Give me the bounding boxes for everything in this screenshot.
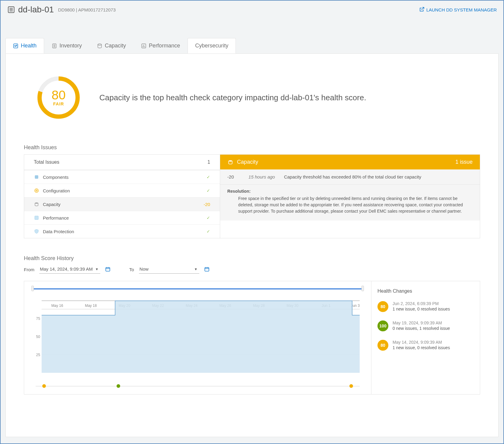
change-desc: 1 new issue, 0 resolved issues (393, 307, 450, 311)
resolution-title: Resolution: (227, 189, 473, 194)
svg-rect-26 (205, 267, 209, 271)
chevron-down-icon: ▼ (194, 267, 197, 271)
page-header: dd-lab-01 DD9800 | APM00172712073 LAUNCH… (1, 1, 503, 21)
configuration-icon (34, 188, 39, 193)
check-icon: ✓ (207, 188, 210, 193)
brush-handle-right[interactable] (361, 286, 364, 291)
issue-resolution: Resolution: Free space in the specified … (220, 185, 480, 220)
check-icon: ✓ (207, 175, 210, 179)
change-timestamp: May 14, 2024, 9:09:39 AM (393, 340, 450, 345)
calendar-icon[interactable] (105, 266, 111, 273)
event-dot[interactable] (117, 384, 120, 388)
timeline-events (33, 381, 363, 391)
svg-rect-16 (35, 175, 38, 179)
tab-inventory[interactable]: Inventory (44, 38, 89, 53)
category-label: Performance (43, 215, 69, 220)
health-issues-title: Health Issues (24, 144, 480, 151)
change-desc: 1 new issue, 0 resolved issues (393, 345, 450, 350)
from-date-picker[interactable]: May 14, 2024, 9:09:39 AM ▼ (39, 265, 100, 274)
launch-system-manager-link[interactable]: LAUNCH DD SYSTEM MANAGER (419, 7, 497, 13)
external-link-icon (419, 7, 425, 13)
page-subtitle: DD9800 | APM00172712073 (58, 7, 116, 12)
health-changes-title: Health Changes (377, 288, 474, 294)
tab-capacity[interactable]: Capacity (89, 38, 133, 53)
performance-icon (141, 43, 146, 49)
xtick: May 18 (85, 304, 97, 308)
issue-detail-header: Capacity 1 issue (220, 155, 480, 169)
chart-pane: 25 50 75 May 16 May 18 May 20 May 22 May… (24, 281, 371, 394)
health-issues-panel: Total Issues 1 Components ✓ Configuratio… (24, 154, 480, 238)
category-capacity[interactable]: Capacity -20 (24, 197, 220, 211)
to-date-picker[interactable]: Now ▼ (139, 265, 199, 274)
category-label: Data Protection (43, 229, 74, 234)
capacity-icon (34, 201, 39, 207)
capacity-icon (97, 43, 102, 49)
category-data-protection[interactable]: Data Protection ✓ (24, 224, 220, 238)
chevron-down-icon: ▼ (95, 267, 98, 271)
score-message: Capacity is the top health check categor… (99, 93, 366, 102)
device-icon (7, 6, 15, 14)
health-change-item[interactable]: 80 May 14, 2024, 9:09:39 AM 1 new issue,… (377, 340, 474, 351)
svg-point-19 (35, 202, 38, 204)
launch-link-label: LAUNCH DD SYSTEM MANAGER (426, 7, 497, 12)
issue-detail: Capacity 1 issue -20 15 hours ago Capaci… (220, 155, 480, 238)
category-label: Components (43, 175, 69, 180)
history-panel: 25 50 75 May 16 May 18 May 20 May 22 May… (24, 281, 480, 394)
issue-delta: -20 (227, 174, 239, 179)
xtick: May 16 (51, 304, 63, 308)
tab-capacity-label: Capacity (105, 43, 126, 49)
health-icon (13, 43, 18, 49)
to-date-value: Now (140, 266, 149, 272)
health-score-chart[interactable]: 25 50 75 May 16 May 18 May 20 May 22 May… (33, 288, 363, 379)
issue-header-category: Capacity (237, 159, 258, 165)
check-icon: ✓ (207, 215, 210, 220)
issues-categories: Total Issues 1 Components ✓ Configuratio… (24, 155, 220, 238)
svg-point-21 (229, 160, 232, 161)
chart-brush-overview[interactable] (33, 287, 363, 290)
health-score-row: 80 FAIR Capacity is the top health check… (36, 75, 480, 120)
svg-point-17 (36, 190, 37, 191)
capacity-icon (227, 159, 233, 165)
score-badge: 100 (377, 320, 388, 331)
tab-health[interactable]: Health (5, 38, 44, 53)
brush-handle-left[interactable] (31, 286, 34, 291)
score-badge: 80 (377, 301, 388, 312)
performance-icon (34, 215, 39, 220)
components-icon (34, 174, 39, 180)
category-components[interactable]: Components ✓ (24, 170, 220, 184)
tab-cybersecurity[interactable]: Cybersecurity (188, 38, 236, 53)
resolution-text: Free space in the specified tier or unit… (227, 195, 473, 214)
to-label: To (129, 267, 134, 272)
event-dot[interactable] (349, 384, 353, 388)
change-timestamp: Jun 2, 2024, 6:09:39 PM (393, 301, 450, 306)
tab-performance-label: Performance (149, 43, 180, 49)
calendar-icon[interactable] (204, 266, 210, 273)
svg-rect-22 (106, 267, 110, 271)
svg-point-9 (98, 44, 101, 45)
health-change-item[interactable]: 100 May 19, 2024, 9:09:39 AM 0 new issue… (377, 320, 474, 331)
issue-row[interactable]: -20 15 hours ago Capacity threshold has … (220, 169, 480, 185)
health-score-gauge: 80 FAIR (36, 75, 81, 120)
history-date-controls: From May 14, 2024, 9:09:39 AM ▼ To Now ▼ (24, 265, 480, 274)
category-configuration[interactable]: Configuration ✓ (24, 184, 220, 197)
ytick: 50 (36, 335, 40, 339)
tab-inventory-label: Inventory (59, 43, 82, 49)
category-performance[interactable]: Performance ✓ (24, 211, 220, 224)
tab-performance[interactable]: Performance (133, 38, 188, 53)
change-timestamp: May 19, 2024, 9:09:39 AM (393, 320, 450, 325)
main-panel: 80 FAIR Capacity is the top health check… (5, 53, 499, 437)
tab-cybersecurity-label: Cybersecurity (195, 43, 228, 49)
ytick: 25 (36, 353, 40, 357)
ytick: 75 (36, 317, 40, 321)
event-dot[interactable] (42, 384, 46, 388)
tab-health-label: Health (21, 43, 37, 49)
from-label: From (24, 267, 34, 272)
total-issues-count: 1 (207, 159, 210, 165)
change-desc: 0 new issues, 1 resolved issue (393, 326, 450, 331)
health-changes-pane: Health Changes 80 Jun 2, 2024, 6:09:39 P… (371, 281, 480, 394)
category-value: -20 (204, 202, 210, 207)
health-change-item[interactable]: 80 Jun 2, 2024, 6:09:39 PM 1 new issue, … (377, 301, 474, 312)
total-issues-label: Total Issues (34, 159, 59, 165)
check-icon: ✓ (207, 229, 210, 234)
page-title: dd-lab-01 (18, 5, 54, 14)
